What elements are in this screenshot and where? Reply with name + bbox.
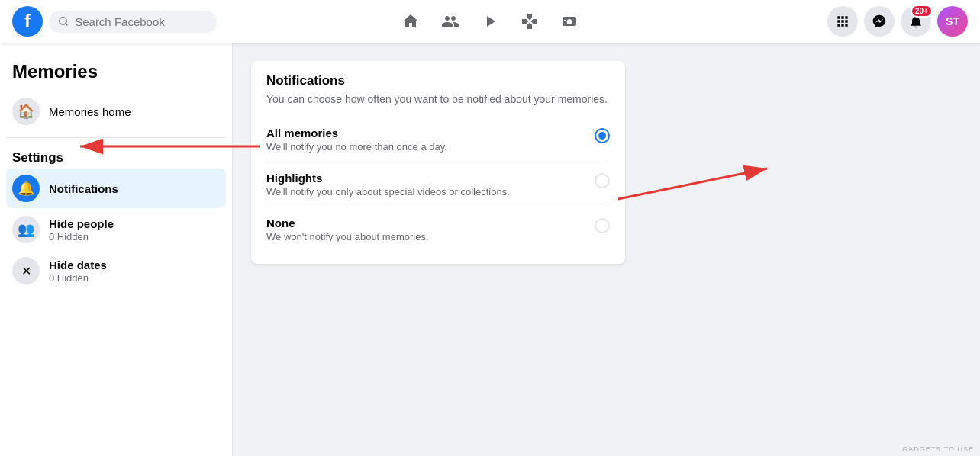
watch-nav-button[interactable] bbox=[472, 3, 508, 40]
grid-menu-button[interactable] bbox=[827, 6, 858, 37]
highlights-label: Highlights bbox=[266, 172, 582, 185]
hide-dates-icon: ✕ bbox=[12, 257, 40, 284]
none-radio[interactable] bbox=[595, 218, 610, 233]
highlights-sublabel: We'll notify you only about special vide… bbox=[266, 186, 582, 197]
hide-people-icon: 👥 bbox=[12, 216, 40, 243]
content-area: Notifications You can choose how often y… bbox=[233, 43, 980, 456]
sidebar-item-hide-people[interactable]: 👥 Hide people 0 Hidden bbox=[6, 210, 226, 249]
top-navigation: f 20+ bbox=[0, 0, 980, 43]
facebook-logo[interactable]: f bbox=[12, 6, 43, 37]
notifications-sidebar-label: Notifications bbox=[49, 182, 118, 195]
watch-icon bbox=[481, 12, 499, 31]
home-icon bbox=[401, 12, 420, 31]
people-icon bbox=[441, 12, 459, 31]
notifications-button[interactable]: 20+ bbox=[901, 6, 931, 37]
none-label: None bbox=[266, 217, 582, 230]
home-icon: 🏠 bbox=[12, 98, 40, 125]
hide-people-count: 0 Hidden bbox=[49, 231, 114, 242]
notification-badge: 20+ bbox=[911, 5, 933, 18]
friends-nav-button[interactable] bbox=[432, 3, 469, 40]
radio-option-all-memories[interactable]: All memories We'll notify you no more th… bbox=[266, 117, 610, 162]
nav-left: f bbox=[12, 6, 217, 37]
notifications-sidebar-icon: 🔔 bbox=[12, 175, 40, 202]
sidebar-title: Memories bbox=[6, 55, 226, 92]
all-memories-sublabel: We'll notify you no more than once a day… bbox=[266, 141, 582, 153]
grid-icon bbox=[835, 14, 850, 29]
nav-center bbox=[392, 3, 588, 40]
messenger-button[interactable] bbox=[864, 6, 895, 37]
all-memories-radio[interactable] bbox=[595, 128, 610, 143]
radio-option-highlights[interactable]: Highlights We'll notify you only about s… bbox=[266, 162, 610, 207]
card-title: Notifications bbox=[266, 73, 610, 88]
nav-right: 20+ ST bbox=[827, 6, 968, 37]
marketplace-nav-button[interactable] bbox=[551, 3, 588, 40]
sidebar: Memories 🏠 Memories home Settings 🔔 Noti… bbox=[0, 43, 233, 456]
gaming-icon bbox=[521, 12, 539, 31]
radio-option-none[interactable]: None We won't notify you about memories. bbox=[266, 207, 610, 252]
search-input[interactable] bbox=[75, 15, 208, 28]
sidebar-item-memories-home[interactable]: 🏠 Memories home bbox=[6, 92, 226, 131]
svg-point-0 bbox=[60, 18, 66, 24]
svg-line-1 bbox=[66, 24, 68, 26]
sidebar-item-hide-dates[interactable]: ✕ Hide dates 0 Hidden bbox=[6, 251, 226, 291]
hide-dates-label: Hide dates bbox=[49, 259, 107, 271]
marketplace-icon bbox=[560, 12, 579, 31]
hide-people-label: Hide people bbox=[49, 217, 114, 230]
all-memories-label: All memories bbox=[266, 127, 582, 140]
messenger-icon bbox=[872, 14, 887, 29]
card-description: You can choose how often you want to be … bbox=[266, 93, 610, 105]
notifications-card: Notifications You can choose how often y… bbox=[251, 61, 625, 264]
main-layout: Memories 🏠 Memories home Settings 🔔 Noti… bbox=[0, 43, 980, 456]
memories-home-label: Memories home bbox=[49, 105, 131, 118]
none-sublabel: We won't notify you about memories. bbox=[266, 231, 582, 242]
sidebar-divider bbox=[6, 137, 226, 138]
gaming-nav-button[interactable] bbox=[511, 3, 548, 40]
search-bar[interactable] bbox=[49, 11, 217, 33]
highlights-radio[interactable] bbox=[595, 173, 610, 188]
watermark: GADGETS TO USE bbox=[902, 445, 974, 453]
user-avatar[interactable]: ST bbox=[937, 6, 968, 37]
settings-section-title: Settings bbox=[6, 144, 226, 169]
home-nav-button[interactable] bbox=[392, 3, 429, 40]
sidebar-item-notifications[interactable]: 🔔 Notifications bbox=[6, 169, 226, 208]
search-icon bbox=[58, 15, 69, 27]
hide-dates-count: 0 Hidden bbox=[49, 272, 107, 284]
